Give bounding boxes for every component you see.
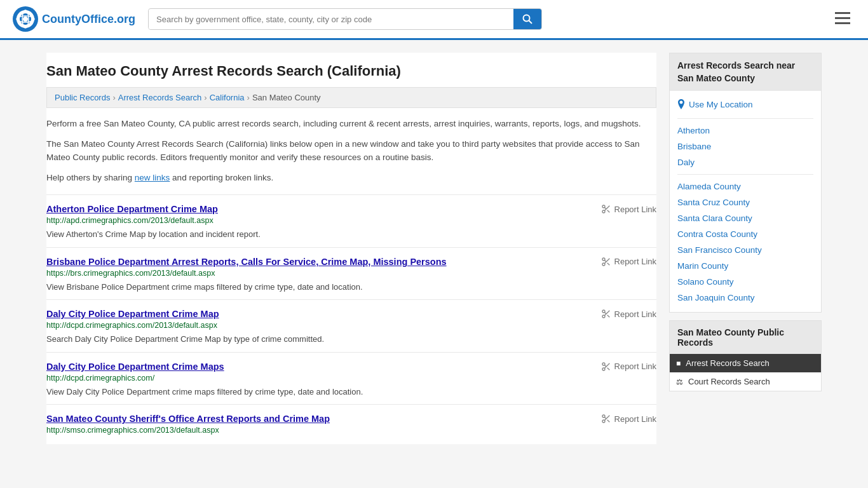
sidebar-item-nearby[interactable]: Brisbane	[677, 139, 813, 154]
report-link-button[interactable]: Report Link	[601, 362, 656, 372]
list-item: Daly City Police Department Crime Map Re…	[46, 299, 656, 352]
report-link-label: Report Link	[614, 309, 656, 319]
list-item-header: Atherton Police Department Crime Map Rep…	[46, 204, 656, 214]
sidebar-pr-items: ■ Arrest Records Search ⚖ Court Records …	[670, 354, 821, 391]
sidebar-item-county[interactable]: San Joaquin County	[677, 290, 813, 306]
svg-point-11	[602, 205, 605, 208]
svg-line-20	[604, 260, 606, 262]
logo-link[interactable]: CountyOffice.org	[13, 6, 135, 32]
main-layout: San Mateo County Arrest Records Search (…	[34, 40, 834, 457]
breadcrumb-public-records[interactable]: Public Records	[55, 93, 110, 102]
search-button[interactable]	[513, 9, 541, 29]
sidebar-item-county[interactable]: San Francisco County	[677, 242, 813, 258]
svg-line-15	[604, 208, 606, 210]
desc3-pre: Help others by sharing	[46, 173, 135, 182]
list-item: San Mateo County Sheriff's Office Arrest…	[46, 404, 656, 444]
svg-point-31	[602, 415, 605, 417]
svg-rect-8	[835, 12, 850, 14]
scissors-icon	[601, 204, 611, 214]
sidebar-item-county[interactable]: Alameda County	[677, 179, 813, 194]
sidebar: Arrest Records Search near San Mateo Cou…	[669, 53, 822, 444]
sidebar-nearby-section: Arrest Records Search near San Mateo Cou…	[669, 53, 822, 313]
sidebar-item-county[interactable]: Santa Cruz County	[677, 194, 813, 210]
svg-point-16	[602, 258, 605, 261]
search-bar	[148, 8, 542, 30]
description-section: Perform a free San Mateo County, CA publ…	[46, 108, 656, 194]
sidebar-item-county[interactable]: Solano County	[677, 274, 813, 290]
svg-rect-10	[835, 22, 850, 24]
sidebar-pr-item[interactable]: ⚖ Court Records Search	[670, 372, 821, 391]
list-item-url: http://dcpd.crimegraphics.com/2013/defau…	[46, 321, 656, 330]
pr-item-icon: ■	[676, 359, 681, 368]
report-link-label: Report Link	[614, 205, 656, 214]
use-my-location-button[interactable]: Use My Location	[677, 96, 753, 114]
list-item-header: Brisbane Police Department Arrest Report…	[46, 257, 656, 267]
report-link-button[interactable]: Report Link	[601, 309, 656, 319]
breadcrumb-sep-2: ›	[204, 93, 207, 102]
scissors-icon	[601, 309, 611, 319]
list-item-desc: View Atherton's Crime Map by location an…	[46, 228, 656, 241]
search-input[interactable]	[149, 10, 513, 29]
report-link-button[interactable]: Report Link	[601, 257, 656, 267]
list-item: Daly City Police Department Crime Maps R…	[46, 352, 656, 405]
list-item-header: San Mateo County Sheriff's Office Arrest…	[46, 414, 656, 424]
breadcrumb-arrest-records[interactable]: Arrest Records Search	[118, 93, 202, 102]
breadcrumb-california[interactable]: California	[210, 93, 245, 102]
svg-rect-9	[835, 17, 850, 19]
sidebar-pr-item[interactable]: ■ Arrest Records Search	[670, 354, 821, 372]
scissors-icon	[601, 257, 611, 267]
breadcrumb-sep-3: ›	[247, 93, 250, 102]
pr-item-label: Arrest Records Search	[686, 358, 770, 368]
svg-line-34	[607, 420, 609, 423]
list-item-desc: View Daly City Police Department crime m…	[46, 386, 656, 398]
list-item-url: http://dcpd.crimegraphics.com/	[46, 374, 656, 383]
report-link-label: Report Link	[614, 414, 656, 424]
list-item: Atherton Police Department Crime Map Rep…	[46, 194, 656, 247]
listings-container: Atherton Police Department Crime Map Rep…	[46, 194, 656, 444]
menu-button[interactable]	[830, 7, 855, 32]
list-item-title[interactable]: Daly City Police Department Crime Maps	[46, 362, 224, 372]
site-header: CountyOffice.org	[0, 0, 868, 40]
list-item-title[interactable]: Brisbane Police Department Arrest Report…	[46, 257, 447, 267]
desc-para-1: Perform a free San Mateo County, CA publ…	[46, 117, 656, 131]
logo-main: CountyOffice	[42, 13, 114, 25]
svg-line-35	[604, 417, 606, 419]
location-pin-icon	[677, 99, 685, 109]
sidebar-pr-title: San Mateo County Public Records	[670, 321, 821, 354]
list-item-header: Daly City Police Department Crime Maps R…	[46, 362, 656, 372]
breadcrumb: Public Records › Arrest Records Search ›…	[46, 87, 656, 108]
svg-point-3	[23, 17, 28, 22]
list-item-url: http://apd.crimegraphics.com/2013/defaul…	[46, 216, 656, 225]
list-item-url: http://smso.crimegraphics.com/2013/defau…	[46, 426, 656, 435]
hamburger-icon	[835, 12, 850, 25]
sidebar-item-nearby[interactable]: Daly	[677, 154, 813, 170]
sidebar-item-nearby[interactable]: Atherton	[677, 123, 813, 139]
sidebar-item-county[interactable]: Marin County	[677, 258, 813, 274]
sidebar-public-records-section: San Mateo County Public Records ■ Arrest…	[669, 320, 822, 391]
sidebar-item-county[interactable]: Santa Clara County	[677, 210, 813, 226]
logo-text: CountyOffice.org	[42, 13, 135, 26]
list-item-title[interactable]: Atherton Police Department Crime Map	[46, 204, 218, 214]
svg-point-27	[602, 368, 605, 370]
list-item-desc: View Brisbane Police Department crime ma…	[46, 281, 656, 294]
list-item-url: https://brs.crimegraphics.com/2013/defau…	[46, 269, 656, 278]
list-item-desc: Search Daly City Police Department Crime…	[46, 333, 656, 346]
report-link-button[interactable]: Report Link	[601, 414, 656, 424]
svg-point-26	[602, 363, 605, 365]
svg-point-22	[602, 315, 605, 318]
sidebar-item-county[interactable]: Contra Costa County	[677, 226, 813, 242]
svg-line-7	[529, 21, 532, 24]
desc-para-3: Help others by sharing new links and rep…	[46, 171, 656, 185]
pr-item-label: Court Records Search	[688, 377, 770, 386]
sidebar-nearby-links: AthertonBrisbaneDaly	[677, 123, 813, 170]
list-item-title[interactable]: Daly City Police Department Crime Map	[46, 309, 219, 319]
svg-line-24	[607, 315, 609, 318]
list-item-title[interactable]: San Mateo County Sheriff's Office Arrest…	[46, 414, 330, 424]
svg-point-12	[602, 210, 605, 213]
report-link-label: Report Link	[614, 362, 656, 371]
report-link-button[interactable]: Report Link	[601, 204, 656, 214]
svg-line-14	[607, 210, 609, 213]
breadcrumb-sep-1: ›	[112, 93, 115, 102]
new-links-link[interactable]: new links	[135, 173, 170, 182]
report-link-label: Report Link	[614, 257, 656, 266]
